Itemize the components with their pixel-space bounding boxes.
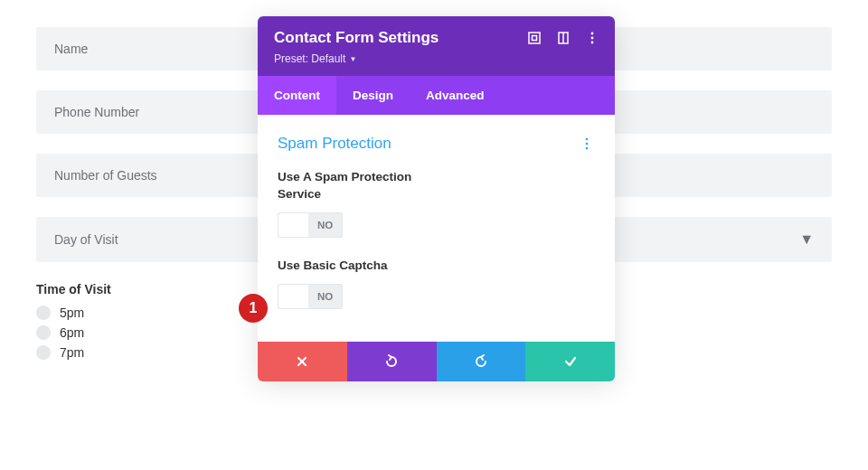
time-option-label: 6pm xyxy=(60,325,84,340)
modal-header: Contact Form Settings Preset: Default ▼ xyxy=(258,16,615,76)
toggle-knob xyxy=(278,284,308,309)
time-option-label: 5pm xyxy=(60,306,84,320)
basic-captcha-label: Use Basic Captcha xyxy=(278,258,440,275)
toggle-state-label: NO xyxy=(308,212,343,238)
redo-button[interactable] xyxy=(437,342,526,381)
settings-modal: Contact Form Settings Preset: Default ▼ … xyxy=(258,16,615,381)
cancel-button[interactable] xyxy=(258,342,347,381)
toggle-knob xyxy=(278,212,308,238)
svg-point-9 xyxy=(586,147,589,150)
snap-icon[interactable] xyxy=(557,32,570,44)
svg-point-5 xyxy=(591,37,594,40)
phone-placeholder: Phone Number xyxy=(54,105,139,119)
radio-icon xyxy=(36,345,51,360)
preset-label: Preset: Default xyxy=(274,52,345,65)
svg-point-7 xyxy=(586,138,589,141)
modal-body: Spam Protection Use A Spam Protection Se… xyxy=(258,115,615,342)
radio-icon xyxy=(36,306,51,320)
spam-service-label: Use A Spam Protection Service xyxy=(278,169,440,203)
spam-service-toggle[interactable]: NO xyxy=(278,212,343,238)
time-option-label: 7pm xyxy=(60,345,84,360)
tab-design[interactable]: Design xyxy=(336,76,410,115)
check-icon xyxy=(563,354,578,369)
annotation-callout-1: 1 xyxy=(239,294,268,323)
save-button[interactable] xyxy=(525,342,615,381)
chevron-down-icon: ▼ xyxy=(799,231,814,248)
svg-point-4 xyxy=(591,33,594,35)
day-placeholder: Day of Visit xyxy=(54,232,118,247)
undo-icon xyxy=(384,354,399,369)
toggle-state-label: NO xyxy=(308,284,343,309)
tab-content[interactable]: Content xyxy=(258,76,336,115)
svg-rect-1 xyxy=(533,36,537,41)
guests-placeholder: Number of Guests xyxy=(54,168,157,183)
name-placeholder: Name xyxy=(54,42,88,56)
redo-icon xyxy=(474,354,488,369)
basic-captcha-toggle[interactable]: NO xyxy=(278,284,343,309)
group-menu-icon[interactable] xyxy=(579,137,595,150)
radio-icon xyxy=(36,325,51,340)
modal-title: Contact Form Settings xyxy=(274,29,528,47)
modal-tabs: Content Design Advanced xyxy=(258,76,615,115)
svg-rect-0 xyxy=(529,33,540,43)
tab-advanced[interactable]: Advanced xyxy=(410,76,501,115)
kebab-icon[interactable] xyxy=(586,32,599,44)
svg-point-8 xyxy=(586,143,589,146)
undo-button[interactable] xyxy=(347,342,437,381)
caret-down-icon: ▼ xyxy=(349,55,356,63)
modal-actions xyxy=(258,342,615,381)
expand-icon[interactable] xyxy=(528,32,541,44)
close-icon xyxy=(296,355,308,368)
callout-number: 1 xyxy=(250,300,258,316)
svg-point-6 xyxy=(591,42,594,44)
options-group-title[interactable]: Spam Protection xyxy=(278,135,579,153)
preset-selector[interactable]: Preset: Default ▼ xyxy=(274,52,599,65)
